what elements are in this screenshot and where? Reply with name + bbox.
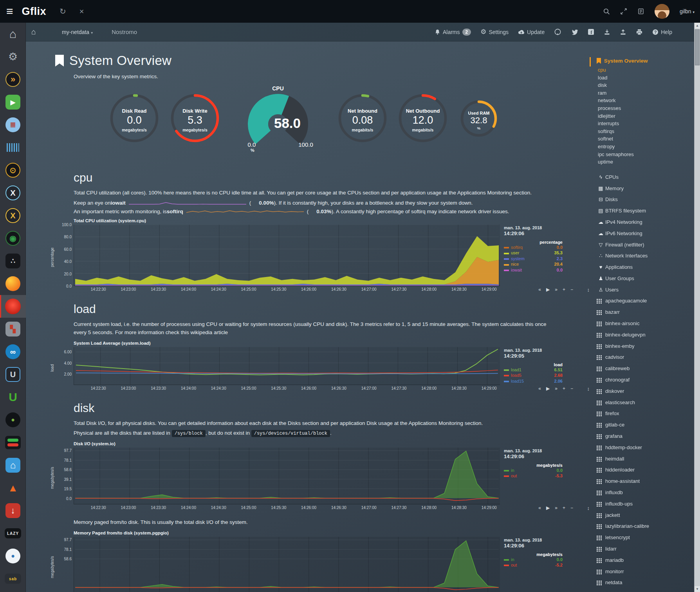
menu-icon[interactable]: ≡ <box>6 5 13 18</box>
toc-section-ipv6-networking[interactable]: ☁IPv6 Networking <box>590 228 694 239</box>
scroll-down-button[interactable]: ▼ <box>695 586 700 592</box>
sidebar-item-app-green-ring[interactable]: ◉ <box>0 227 26 250</box>
toc-section-network-interfaces[interactable]: ∴Network Interfaces <box>590 250 694 262</box>
toc-app-apacheguacamole[interactable]: apacheguacamole <box>590 295 694 307</box>
sidebar-item-app-cubes[interactable]: ▚ <box>0 318 26 340</box>
toc-app-hddtemp-docker[interactable]: hddtemp-docker <box>590 442 694 453</box>
toc-item-softirqs[interactable]: softirqs <box>598 128 694 135</box>
zoom-out-icon[interactable]: − <box>570 287 573 292</box>
toc-item-cpu[interactable]: cpu <box>598 66 694 74</box>
close-icon[interactable]: × <box>79 7 84 16</box>
pan-back-icon[interactable]: « <box>538 287 541 292</box>
sidebar-item-calibre[interactable]: ≣ <box>0 113 26 136</box>
toc-item-entropy[interactable]: entropy <box>598 143 694 151</box>
toc-section-user-groups[interactable]: ♟User Groups <box>590 273 694 284</box>
legend-entry[interactable]: load16.51 <box>504 367 563 373</box>
upload-snapshot-icon[interactable] <box>620 29 626 35</box>
pan-forward-icon[interactable]: » <box>555 386 557 391</box>
news-icon[interactable] <box>637 8 644 15</box>
toc-item-load[interactable]: load <box>598 74 694 82</box>
legend-entry[interactable]: in0.0 <box>504 557 563 563</box>
gauge-cpu[interactable]: CPU58.00.0100.0% <box>237 85 319 154</box>
chart-plot-area[interactable]: megabytes/s97.778.158.639.119.50.0man. 1… <box>47 448 565 504</box>
pan-back-icon[interactable]: « <box>538 505 541 511</box>
sidebar-item-nextcloud[interactable]: ∞ <box>0 340 26 363</box>
zoom-out-icon[interactable]: − <box>570 505 573 511</box>
scrollbar[interactable]: ▲ ▼ <box>694 23 700 592</box>
toc-app-influxdb-ups[interactable]: influxdb-ups <box>590 498 694 510</box>
toc-app-hiddenloader[interactable]: hiddenloader <box>590 464 694 476</box>
toc-app-home-assistant[interactable]: home-assistant <box>590 476 694 487</box>
sidebar-item-grafana[interactable] <box>0 272 26 295</box>
toc-app-heimdall[interactable]: heimdall <box>590 453 694 465</box>
toc-app-diskover[interactable]: diskover <box>590 386 694 397</box>
iowait-sparkline[interactable] <box>129 200 246 205</box>
sidebar-item-download[interactable]: ↓ <box>0 499 26 522</box>
toc-item-processes[interactable]: processes <box>598 104 694 112</box>
scroll-up-button[interactable]: ▲ <box>695 23 700 29</box>
sidebar-item-app-saucer[interactable]: ● <box>0 408 26 431</box>
toc-app-binhex-emby[interactable]: binhex-emby <box>590 341 694 352</box>
gauge-used-ram[interactable]: Used RAM32.8% <box>459 99 498 140</box>
toc-system-overview[interactable]: System Overview <box>597 58 694 64</box>
twitter-icon[interactable] <box>571 29 578 35</box>
legend-entry[interactable]: nice20.4 <box>504 262 563 267</box>
legend-entry[interactable]: iowait0.0 <box>504 268 563 273</box>
toc-app-binhex-airsonic[interactable]: binhex-airsonic <box>590 318 694 329</box>
toc-app-letsencrypt[interactable]: letsencrypt <box>590 532 694 543</box>
toc-app-binhex-delugevpn[interactable]: binhex-delugevpn <box>590 329 694 341</box>
toc-app-gitlab-ce[interactable]: gitlab-ce <box>590 419 694 431</box>
toc-section-memory[interactable]: ▦Memory <box>590 183 694 194</box>
download-snapshot-icon[interactable] <box>604 29 610 35</box>
gauge-net-outbound[interactable]: Net Outbound12.0megabits/s <box>397 93 448 145</box>
chart-plot-area[interactable]: percentage100.080.060.040.020.00.0man. 1… <box>47 225 565 286</box>
server-dropdown[interactable]: my-netdata▾ <box>62 29 93 35</box>
toc-item-ram[interactable]: ram <box>598 89 694 97</box>
settings-button[interactable]: ⚙Settings <box>480 28 509 36</box>
play-icon[interactable]: ▶ <box>546 386 550 391</box>
legend-entry[interactable]: load52.68 <box>504 373 563 378</box>
sidebar-item-airsonic[interactable] <box>0 136 26 159</box>
toc-app-lidarr[interactable]: lidarr <box>590 543 694 555</box>
alarms-button[interactable]: Alarms 2 <box>435 29 471 36</box>
system-load-chart[interactable]: System Load Average (system.load)load6.0… <box>47 341 565 392</box>
sidebar-item-sabnzbd[interactable]: sab <box>0 567 26 590</box>
print-icon[interactable] <box>636 29 643 35</box>
sidebar-item-green-u[interactable]: U <box>0 386 26 408</box>
chart-plot-area[interactable]: load6.004.002.00man. 13. aug. 201814:29:… <box>47 347 565 385</box>
cpu-utilization-chart[interactable]: Total CPU utilization (system.cpu)percen… <box>47 218 565 293</box>
memory-paged-chart[interactable]: Memory Paged from/to disk (system.pgpgio… <box>47 531 565 592</box>
toc-item-uptime[interactable]: uptime <box>598 158 694 166</box>
pan-forward-icon[interactable]: » <box>555 287 557 292</box>
chart-plot-area[interactable]: megabytes/s97.778.158.6man. 13. aug. 201… <box>47 537 565 592</box>
sidebar-item-settings[interactable]: ⚙ <box>0 45 26 68</box>
sidebar-item-emby[interactable]: ▶ <box>0 91 26 113</box>
home-icon[interactable]: ⌂ <box>31 27 36 36</box>
search-icon[interactable] <box>603 8 610 15</box>
toc-app-cadvisor[interactable]: cadvisor <box>590 352 694 363</box>
toc-app-influxdb[interactable]: influxdb <box>590 487 694 498</box>
toc-section-users[interactable]: ♙Users <box>590 284 694 296</box>
toc-app-mariadb[interactable]: mariadb <box>590 555 694 566</box>
toc-app-monitorr[interactable]: monitorr <box>590 566 694 578</box>
toc-app-elasticsearch[interactable]: elasticsearch <box>590 397 694 408</box>
toc-item-disk[interactable]: disk <box>598 81 694 89</box>
legend-entry[interactable]: system2.3 <box>504 256 563 262</box>
toc-item-softnet[interactable]: softnet <box>598 135 694 143</box>
gauge-disk-read[interactable]: Disk Read0.0megabytes/s <box>109 93 160 145</box>
scroll-thumb[interactable] <box>695 29 700 65</box>
legend-entry[interactable]: out-5.3 <box>504 473 563 479</box>
toc-app-grafana[interactable]: grafana <box>590 431 694 442</box>
refresh-icon[interactable]: ↻ <box>60 7 66 16</box>
username[interactable]: gilbn ▾ <box>680 8 695 14</box>
toc-item-idlejitter[interactable]: idlejitter <box>598 112 694 120</box>
pan-forward-icon[interactable]: » <box>555 505 557 511</box>
sidebar-item-gitlab[interactable]: ▲ <box>0 477 26 499</box>
zoom-out-icon[interactable]: − <box>570 386 573 391</box>
disk-io-chart[interactable]: Disk I/O (system.io)megabytes/s97.778.15… <box>47 441 565 511</box>
legend-entry[interactable]: out-5.2 <box>504 563 563 568</box>
toc-app-chronograf[interactable]: chronograf <box>590 374 694 386</box>
legend-entry[interactable]: user35.3 <box>504 250 563 256</box>
toc-item-ipc-semaphores[interactable]: ipc semaphores <box>598 151 694 158</box>
sidebar-item-deluge[interactable]: ● <box>0 545 26 567</box>
